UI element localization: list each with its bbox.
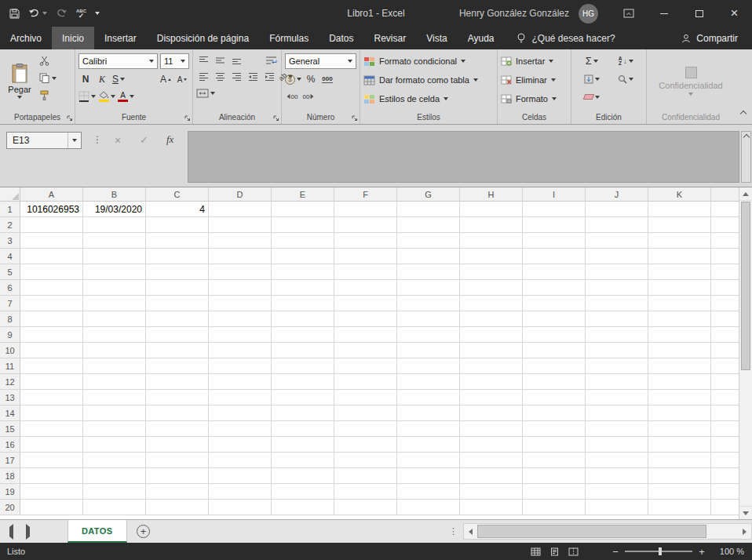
tab-datos[interactable]: Datos xyxy=(319,27,363,49)
cell-A9[interactable] xyxy=(20,327,83,343)
new-sheet-button[interactable]: + xyxy=(127,520,160,543)
column-header-E[interactable]: E xyxy=(272,187,334,202)
cell-I20[interactable] xyxy=(523,500,586,515)
redo-button[interactable] xyxy=(56,9,68,18)
cell-D4[interactable] xyxy=(209,249,272,264)
cell-J17[interactable] xyxy=(586,453,648,468)
cell-F18[interactable] xyxy=(334,468,397,484)
cell-C18[interactable] xyxy=(146,468,209,484)
cell-E19[interactable] xyxy=(272,484,334,500)
column-header-I[interactable]: I xyxy=(523,187,586,202)
cell-B9[interactable] xyxy=(83,327,146,343)
cell-A10[interactable] xyxy=(20,343,83,358)
cell-F6[interactable] xyxy=(334,280,397,296)
cell-G6[interactable] xyxy=(397,280,460,296)
cell-E20[interactable] xyxy=(272,500,334,515)
close-button[interactable]: × xyxy=(717,0,752,27)
cell-F16[interactable] xyxy=(334,437,397,453)
cell-H3[interactable] xyxy=(460,233,523,249)
row-header-14[interactable]: 14 xyxy=(0,405,20,421)
cell-A13[interactable] xyxy=(20,390,83,405)
font-size-combo[interactable]: 11 xyxy=(160,53,189,69)
cell-J13[interactable] xyxy=(586,390,648,405)
cell-D2[interactable] xyxy=(209,217,272,233)
clipboard-dialog-launcher[interactable] xyxy=(67,115,73,122)
vertical-scrollbar-thumb[interactable] xyxy=(741,202,750,370)
cell-J20[interactable] xyxy=(586,500,648,515)
autosum-button[interactable]: Σ xyxy=(575,53,609,68)
cell-D14[interactable] xyxy=(209,405,272,421)
scroll-left-button[interactable] xyxy=(464,524,477,539)
cell-F11[interactable] xyxy=(334,358,397,374)
cell-G11[interactable] xyxy=(397,358,460,374)
confidentiality-button[interactable]: Confidencialidad xyxy=(650,52,732,111)
cell-A8[interactable] xyxy=(20,311,83,327)
fill-button[interactable] xyxy=(575,71,609,86)
cell-E17[interactable] xyxy=(272,453,334,468)
decrease-font-button[interactable]: A xyxy=(175,72,189,87)
cell-H10[interactable] xyxy=(460,343,523,358)
tab-formulas[interactable]: Fórmulas xyxy=(259,27,319,49)
scroll-up-button[interactable] xyxy=(739,187,752,201)
cell-C20[interactable] xyxy=(146,500,209,515)
maximize-button[interactable] xyxy=(681,0,717,27)
cell-F10[interactable] xyxy=(334,343,397,358)
comma-style-button[interactable]: 000 xyxy=(320,72,334,87)
cell-H14[interactable] xyxy=(460,405,523,421)
cell-G17[interactable] xyxy=(397,453,460,468)
cell-G19[interactable] xyxy=(397,484,460,500)
tab-insertar[interactable]: Insertar xyxy=(94,27,147,49)
account-name[interactable]: Henry González González xyxy=(459,8,569,19)
cell-F3[interactable] xyxy=(334,233,397,249)
column-header-H[interactable]: H xyxy=(460,187,523,202)
cell-A12[interactable] xyxy=(20,374,83,390)
cell-K2[interactable] xyxy=(648,217,711,233)
align-top-button[interactable] xyxy=(196,53,210,67)
cell-K19[interactable] xyxy=(648,484,711,500)
cell-E11[interactable] xyxy=(272,358,334,374)
zoom-in-button[interactable]: + xyxy=(695,546,708,558)
cell-E2[interactable] xyxy=(272,217,334,233)
cell-A2[interactable] xyxy=(20,217,83,233)
cell-C17[interactable] xyxy=(146,453,209,468)
cell-B19[interactable] xyxy=(83,484,146,500)
cell-G12[interactable] xyxy=(397,374,460,390)
cell-D16[interactable] xyxy=(209,437,272,453)
cell-B1[interactable]: 19/03/2020 xyxy=(83,202,146,217)
formula-bar-divider[interactable]: ⋮ xyxy=(93,134,102,145)
cell-J10[interactable] xyxy=(586,343,648,358)
column-header-B[interactable]: B xyxy=(83,187,146,202)
cell-J3[interactable] xyxy=(586,233,648,249)
cell-B12[interactable] xyxy=(83,374,146,390)
cell-E15[interactable] xyxy=(272,421,334,437)
row-header-8[interactable]: 8 xyxy=(0,311,20,327)
cell-D5[interactable] xyxy=(209,264,272,280)
cell-G10[interactable] xyxy=(397,343,460,358)
row-header-4[interactable]: 4 xyxy=(0,249,20,264)
cell-F20[interactable] xyxy=(334,500,397,515)
cell-A18[interactable] xyxy=(20,468,83,484)
tab-inicio[interactable]: Inicio xyxy=(52,27,94,49)
zoom-out-button[interactable]: − xyxy=(609,546,622,558)
fill-color-button[interactable] xyxy=(98,89,115,104)
cell-F14[interactable] xyxy=(334,405,397,421)
scroll-down-button[interactable] xyxy=(739,506,752,519)
cell-K16[interactable] xyxy=(648,437,711,453)
sort-filter-button[interactable]: AZ ↓ xyxy=(609,53,644,68)
increase-decimal-button[interactable]: 00 xyxy=(285,89,299,104)
cell-C8[interactable] xyxy=(146,311,209,327)
cell-J12[interactable] xyxy=(586,374,648,390)
row-header-11[interactable]: 11 xyxy=(0,358,20,374)
cell-C14[interactable] xyxy=(146,405,209,421)
previous-sheet-button[interactable] xyxy=(9,527,13,536)
cell-K15[interactable] xyxy=(648,421,711,437)
name-box[interactable]: E13 xyxy=(6,132,82,149)
cell-B5[interactable] xyxy=(83,264,146,280)
customize-quick-access-button[interactable] xyxy=(95,12,100,15)
cell-B6[interactable] xyxy=(83,280,146,296)
cell-C9[interactable] xyxy=(146,327,209,343)
cell-H8[interactable] xyxy=(460,311,523,327)
cell-C1[interactable]: 4 xyxy=(146,202,209,217)
page-break-preview-button[interactable] xyxy=(564,547,582,556)
cell-D20[interactable] xyxy=(209,500,272,515)
